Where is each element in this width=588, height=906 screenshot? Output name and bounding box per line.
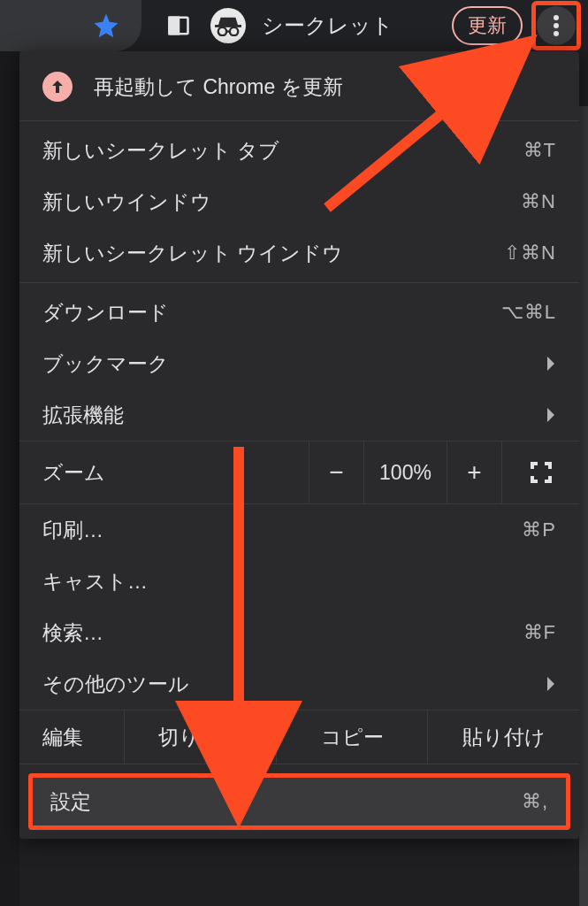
update-pill-button[interactable]: 更新 — [452, 6, 523, 45]
svg-point-6 — [554, 23, 559, 28]
zoom-label: ズーム — [42, 459, 309, 487]
menu-label: 拡張機能 — [42, 402, 124, 429]
menu-item-relaunch-update[interactable]: 再起動して Chrome を更新 — [19, 57, 579, 117]
menu-item-downloads[interactable]: ダウンロード ⌥⌘L — [19, 287, 579, 338]
incognito-icon[interactable] — [210, 8, 246, 43]
chrome-main-menu: 再起動して Chrome を更新 新しいシークレット タブ ⌘T 新しいウインド… — [19, 51, 579, 839]
toolbar-icon-group: シークレット — [166, 8, 393, 43]
menu-label: キャスト… — [42, 568, 148, 595]
chevron-right-icon — [546, 676, 556, 692]
menu-label: ブックマーク — [42, 350, 169, 378]
menu-shortcut: ⌘T — [523, 139, 556, 162]
chevron-right-icon — [546, 356, 556, 372]
menu-item-new-incognito-tab[interactable]: 新しいシークレット タブ ⌘T — [19, 125, 579, 176]
menu-item-new-incognito-window[interactable]: 新しいシークレット ウインドウ ⇧⌘N — [19, 227, 579, 279]
menu-label: 新しいウインドウ — [42, 188, 211, 216]
menu-item-cast[interactable]: キャスト… — [19, 556, 579, 607]
chevron-right-icon — [546, 407, 556, 423]
menu-item-zoom: ズーム − 100% + — [19, 441, 579, 504]
menu-label: 再起動して Chrome を更新 — [94, 73, 343, 101]
svg-rect-1 — [170, 18, 179, 35]
menu-shortcut: ⌘F — [523, 621, 556, 644]
browser-toolbar: シークレット 更新 — [0, 0, 588, 51]
incognito-label[interactable]: シークレット — [262, 12, 393, 40]
zoom-out-button[interactable]: − — [309, 441, 363, 503]
edit-label: 編集 — [19, 710, 124, 764]
update-arrow-icon — [42, 72, 73, 102]
svg-point-4 — [230, 27, 238, 35]
svg-point-7 — [554, 31, 559, 36]
menu-label: ダウンロード — [42, 299, 169, 326]
menu-item-extensions[interactable]: 拡張機能 — [19, 389, 579, 441]
menu-label: 印刷… — [42, 517, 103, 544]
update-pill-label: 更新 — [468, 12, 507, 39]
menu-item-new-window[interactable]: 新しいウインドウ ⌘N — [19, 176, 579, 227]
edit-copy-button[interactable]: コピー — [276, 710, 428, 764]
svg-point-3 — [218, 27, 226, 35]
bookmark-star-icon[interactable] — [92, 12, 120, 40]
menu-shortcut: ⌘N — [521, 190, 556, 213]
address-bar-tail — [0, 0, 141, 51]
menu-item-settings[interactable]: 設定 ⌘, — [28, 773, 570, 830]
menu-shortcut: ⌥⌘L — [501, 301, 556, 324]
menu-divider — [19, 282, 579, 283]
menu-label: その他のツール — [42, 671, 189, 698]
menu-shortcut: ⌘, — [522, 790, 548, 813]
menu-item-print[interactable]: 印刷… ⌘P — [19, 504, 579, 556]
fullscreen-button[interactable] — [501, 441, 579, 503]
zoom-in-button[interactable]: + — [447, 441, 501, 503]
annotation-box-menu-button — [531, 1, 581, 50]
side-panel-icon[interactable] — [166, 13, 191, 38]
menu-item-more-tools[interactable]: その他のツール — [19, 658, 579, 710]
menu-shortcut: ⌘P — [522, 518, 556, 541]
menu-label: 検索… — [42, 619, 103, 647]
menu-item-find[interactable]: 検索… ⌘F — [19, 607, 579, 658]
edit-paste-button[interactable]: 貼り付け — [427, 710, 579, 764]
svg-rect-2 — [215, 25, 241, 27]
page-edge — [0, 51, 19, 906]
edit-cut-button[interactable]: 切り取り — [124, 710, 276, 764]
scrollbar[interactable] — [579, 106, 588, 906]
menu-shortcut: ⇧⌘N — [504, 242, 556, 265]
menu-button[interactable] — [537, 6, 576, 45]
zoom-value: 100% — [363, 441, 447, 503]
menu-label: 新しいシークレット タブ — [42, 137, 279, 165]
menu-divider — [19, 120, 579, 121]
svg-point-5 — [554, 15, 559, 20]
menu-label: 設定 — [50, 788, 91, 816]
menu-item-edit-group: 編集 切り取り コピー 貼り付け — [19, 710, 579, 764]
menu-label: 新しいシークレット ウインドウ — [42, 240, 343, 267]
menu-item-bookmarks[interactable]: ブックマーク — [19, 338, 579, 389]
